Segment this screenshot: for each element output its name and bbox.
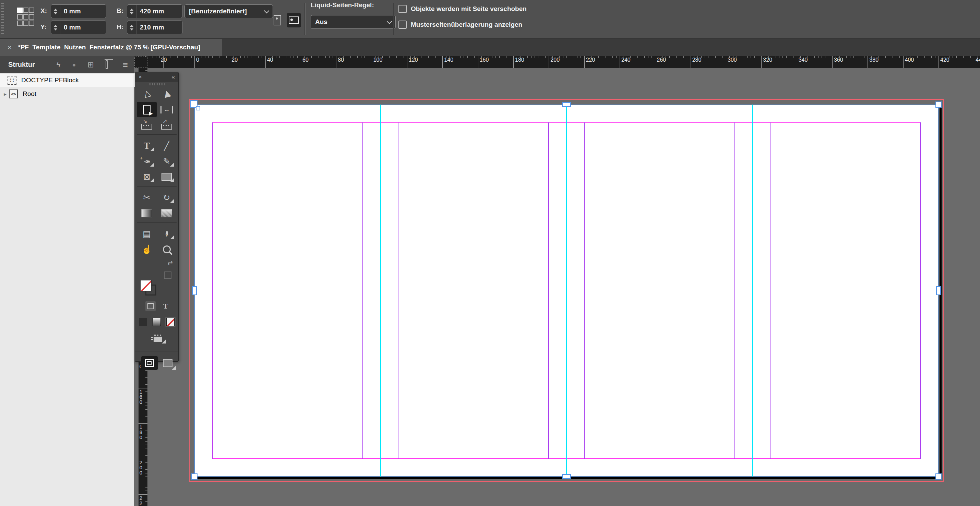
liquid-page-rule-dropdown[interactable]: Aus — [311, 15, 396, 29]
tool-content-collector-tool[interactable]: ↘ — [137, 117, 157, 133]
tool-page-tool[interactable]: ▶ — [137, 102, 157, 117]
apply-color-button[interactable] — [138, 317, 148, 327]
x-stepper[interactable] — [51, 5, 60, 18]
portrait-icon — [274, 15, 281, 25]
panel-menu-icon[interactable]: ≡ — [123, 60, 128, 69]
tool-scissors-tool[interactable]: ✂ — [137, 190, 157, 205]
tool-note-tool[interactable]: ▤ — [137, 226, 157, 242]
master-overlay-checkbox[interactable] — [398, 21, 407, 29]
separator — [393, 3, 394, 35]
page-tool-icon: ▶ — [143, 105, 151, 115]
page-handle-mid-left[interactable] — [192, 286, 197, 295]
page-handle-top-right[interactable] — [935, 102, 942, 108]
page-size-preset-dropdown[interactable]: [Benutzerdefiniert] — [185, 5, 273, 18]
x-label: X: — [40, 5, 47, 18]
move-objects-checkbox[interactable] — [398, 5, 407, 13]
horizontal-ruler[interactable]: 2002040608010012014016018020022024026028… — [134, 56, 980, 68]
page-handle-bottom-left[interactable] — [191, 473, 197, 480]
formatting-affects-container-button[interactable] — [145, 301, 156, 311]
document-tab[interactable]: × *PF_Template_Nutzen_Fensterfalz @ 75 %… — [0, 38, 222, 56]
stroke-proxy-small[interactable] — [164, 272, 172, 279]
tool-rectangle-tool[interactable] — [157, 169, 177, 185]
tool-zoom-tool[interactable] — [157, 242, 177, 257]
y-field[interactable]: 0 mm — [51, 21, 106, 34]
panel-grip[interactable] — [1, 3, 4, 35]
column-guide[interactable] — [212, 123, 213, 459]
swap-fill-stroke-icon[interactable]: ⇄ — [168, 259, 173, 267]
pasteboard[interactable]: 140160180200220 — [134, 68, 980, 506]
v-ruler-label: 200 — [138, 460, 143, 475]
width-stepper[interactable] — [127, 5, 137, 18]
tool-corner-indicator — [150, 162, 154, 167]
tool-pen-tool[interactable]: ✒+ — [137, 154, 157, 169]
liquid-page-rule-label: Liquid-Seiten-Regel: — [311, 0, 374, 12]
landscape-icon — [289, 16, 299, 24]
apply-gradient-button[interactable] — [151, 317, 162, 327]
x-field[interactable]: 0 mm — [51, 5, 106, 18]
y-stepper[interactable] — [51, 21, 60, 34]
page-handle-top-center[interactable] — [562, 102, 571, 107]
tool-type-tool[interactable]: T — [137, 138, 157, 154]
reference-point-proxy[interactable] — [17, 8, 37, 29]
fill-proxy-none[interactable] — [140, 280, 151, 291]
tree-item-doctype[interactable]: ∷ DOCTYPE PFBlock — [0, 73, 135, 87]
direct-selection-tool-icon: ▶ — [161, 89, 172, 99]
tool-gradient-feather-tool[interactable] — [157, 205, 177, 221]
h-ruler-label: 240 — [621, 57, 631, 63]
page-handle-bottom-center[interactable] — [562, 474, 571, 479]
height-field[interactable]: 210 mm — [127, 21, 183, 34]
record-icon[interactable]: ● — [72, 62, 76, 68]
tool-gradient-swatch-tool[interactable] — [137, 205, 157, 221]
height-label: H: — [116, 21, 123, 33]
formatting-affects-text-button[interactable]: T — [163, 302, 169, 310]
width-field[interactable]: 420 mm — [127, 5, 183, 18]
screen-mode-normal-button[interactable] — [141, 356, 158, 370]
column-guide[interactable] — [584, 123, 585, 459]
fill-stroke-proxy — [135, 280, 178, 298]
tool-hand-tool[interactable]: ☝ — [137, 242, 157, 257]
fold-guide[interactable] — [380, 105, 381, 477]
separator — [304, 3, 305, 35]
column-guide[interactable] — [363, 123, 363, 459]
tool-free-transform-tool[interactable]: ↻ — [157, 190, 177, 205]
portrait-orientation-button[interactable] — [270, 13, 285, 27]
page-handle-mid-right[interactable] — [936, 286, 941, 295]
delete-icon[interactable] — [106, 60, 108, 69]
width-label: B: — [116, 5, 123, 18]
tool-content-placer-tool[interactable]: ↗ — [157, 117, 177, 133]
expand-twisty-icon[interactable]: ▸ — [2, 91, 9, 97]
display-performance-icon[interactable] — [151, 334, 162, 342]
height-stepper[interactable] — [127, 21, 137, 34]
h-ruler-label: 160 — [480, 57, 489, 63]
column-guide[interactable] — [770, 123, 770, 459]
tool-selection-tool[interactable]: ▷ — [137, 86, 157, 102]
scissors-tool-icon: ✂ — [143, 193, 151, 203]
landscape-orientation-button[interactable] — [287, 13, 301, 27]
close-tab-icon[interactable]: × — [8, 43, 12, 51]
column-guide[interactable] — [548, 123, 549, 459]
apply-none-button[interactable] — [165, 317, 175, 327]
collapse-panel-icon[interactable]: « — [172, 74, 175, 81]
h-ruler-label: 280 — [692, 57, 702, 63]
refresh-structure-icon[interactable]: ϟ — [57, 61, 61, 68]
fold-guide[interactable] — [752, 105, 753, 477]
tool-pencil-tool[interactable]: ✎ — [157, 154, 177, 169]
tool-eyedropper-tool[interactable]: ✒ — [157, 226, 177, 242]
column-guide[interactable] — [920, 123, 921, 459]
page-handle-bottom-right[interactable] — [935, 473, 942, 480]
add-element-icon[interactable]: ⊞ — [88, 61, 94, 68]
fold-guide[interactable] — [566, 105, 567, 477]
screen-mode-preview-button[interactable] — [163, 359, 172, 367]
tool-frame-tool[interactable]: ⊠ — [137, 169, 157, 185]
ruler-origin-corner[interactable] — [134, 57, 148, 68]
tool-direct-selection-tool[interactable]: ▶ — [157, 86, 177, 102]
close-panel-icon[interactable]: × — [138, 74, 142, 81]
panel-drag-grip[interactable] — [135, 82, 178, 86]
normal-mode-icon — [145, 359, 154, 367]
column-guide[interactable] — [735, 123, 735, 459]
tree-item-root[interactable]: ▸ <> Root — [0, 87, 134, 101]
tool-line-tool[interactable]: ╱ — [157, 138, 177, 154]
page-handle-top-left-step[interactable] — [196, 106, 200, 110]
tool-gap-tool[interactable]: ↔ — [157, 102, 177, 117]
column-guide[interactable] — [398, 123, 398, 459]
